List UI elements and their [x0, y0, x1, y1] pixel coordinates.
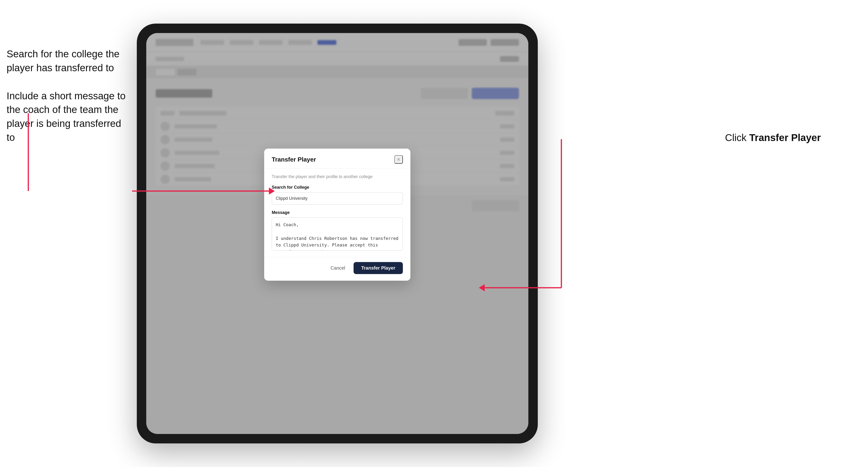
modal-close-button[interactable]: ×: [394, 155, 403, 164]
transfer-player-button[interactable]: Transfer Player: [353, 262, 403, 274]
tablet-device: Transfer Player × Transfer the player an…: [137, 24, 538, 443]
modal-title: Transfer Player: [272, 156, 316, 163]
annotation-click-text: Click: [725, 132, 749, 143]
modal-subtitle: Transfer the player and their profile to…: [272, 174, 403, 179]
tablet-screen: Transfer Player × Transfer the player an…: [146, 33, 528, 434]
modal-overlay: Transfer Player × Transfer the player an…: [146, 33, 528, 434]
annotation-transfer-bold: Transfer Player: [749, 132, 821, 143]
search-college-input[interactable]: [272, 192, 403, 205]
cancel-button[interactable]: Cancel: [326, 262, 350, 274]
modal-footer: Cancel Transfer Player: [264, 257, 410, 281]
transfer-player-modal: Transfer Player × Transfer the player an…: [264, 149, 410, 281]
modal-header: Transfer Player ×: [264, 149, 410, 168]
search-college-label: Search for College: [272, 185, 403, 190]
message-textarea[interactable]: Hi Coach, I understand Chris Robertson h…: [272, 217, 403, 250]
annotation-right: Click Transfer Player: [725, 132, 821, 144]
annotation-search-text: Search for the college the player has tr…: [7, 47, 129, 75]
annotation-left: Search for the college the player has tr…: [7, 47, 129, 159]
annotation-message-text: Include a short message to the coach of …: [7, 89, 129, 145]
modal-body: Transfer the player and their profile to…: [264, 168, 410, 257]
message-label: Message: [272, 210, 403, 215]
